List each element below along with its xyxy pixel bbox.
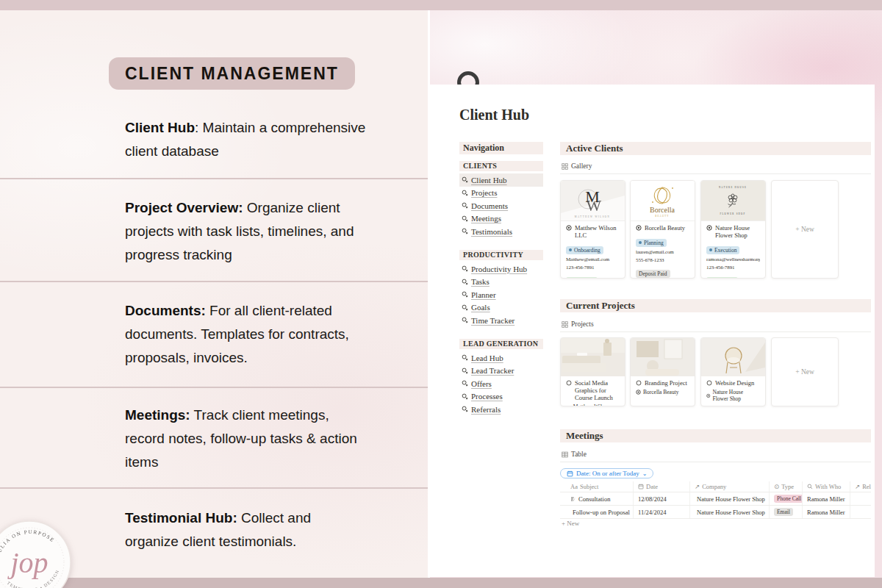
client-card-row: MWMATTHEW WILSON Matthew Wilson LLC Onbo… [560,180,871,279]
page-link-icon [462,291,468,298]
sidebar-item-label: Goals [471,303,490,312]
cell-with-who[interactable]: Ramona Miller [803,506,850,518]
client-card-borcella[interactable]: BorcellaBEAUTY Borcella Beauty Planning … [630,180,695,279]
table-icon [562,451,568,458]
client-card-nature-house[interactable]: NATURE HOUSEFLOWER SHOP Nature House Flo… [700,180,766,279]
client-name: Nature House Flower Shop [715,224,760,239]
divider [0,178,428,179]
sidebar-item-goals[interactable]: Goals [459,301,543,315]
page-link-icon [462,317,468,323]
sidebar-section-productivity: PRODUCTIVITY Productivity Hub Tasks Plan… [459,250,543,327]
svg-text:Borcella: Borcella [650,206,675,214]
cell-company[interactable]: Nature House Flower Shop [690,506,770,518]
client-phone: 555-678-1233 [636,257,689,263]
cell-type[interactable]: Email [770,506,803,518]
sidebar-item-documents[interactable]: Documents [459,199,543,212]
sidebar-item-label: Time Tracker [471,316,514,325]
left-description-panel: CLIENT MANAGEMENT Client Hub: Maintain a… [0,10,428,578]
svg-text:FLOWER SHOP: FLOWER SHOP [720,212,745,215]
project-card-branding[interactable]: Branding Project Borcella Beauty [630,337,695,406]
sidebar-section-clients: CLIENTS Client Hub Projects Documents Me… [459,161,543,238]
sidebar-item-meetings[interactable]: Meetings [459,212,543,226]
feature-testimonial-hub: Testimonial Hub: Collect and organize cl… [125,506,368,553]
client-name: Matthew Wilson LLC [575,224,620,239]
page-link-icon [462,202,468,209]
cell-date[interactable]: 12/08/2024 [634,492,690,505]
sidebar-item-testimonials[interactable]: Testimonials [459,225,543,238]
gallery-icon [562,321,568,328]
page-link-icon [462,393,468,400]
cell-related[interactable] [850,492,871,505]
type-badge: Email [774,508,793,516]
sidebar-item-offers[interactable]: Offers [459,377,543,390]
sidebar-item-planner[interactable]: Planner [459,288,543,301]
feature-client-hub: Client Hub: Maintain a comprehensive cli… [125,116,368,163]
chevron-down-icon: ⌄ [642,470,648,477]
view-tab-gallery[interactable]: Gallery [560,161,871,174]
select-property-icon: ⊙ [774,483,779,490]
status-badge: Onboarding [566,246,603,254]
cell-date[interactable]: 11/24/2024 [634,506,690,518]
client-card-matthew-wilson[interactable]: MWMATTHEW WILSON Matthew Wilson LLC Onbo… [560,180,625,279]
project-image [701,338,765,376]
relation-icon: ↗ [695,483,700,490]
sidebar-item-projects[interactable]: Projects [459,187,543,200]
project-name: Website Design [715,379,754,387]
sidebar-section-lead-generation: LEAD GENERATION Lead Hub Lead Tracker Of… [459,339,543,416]
feature-documents: Documents: For all client-related docume… [125,299,368,370]
sidebar-item-time-tracker[interactable]: Time Tracker [459,314,543,327]
new-project-card-button[interactable]: + New [771,337,839,406]
client-email: lauren@email.com [636,249,689,255]
sidebar-section-heading: CLIENTS [459,161,543,171]
promo-page: CLIENT MANAGEMENT Client Hub: Maintain a… [0,0,882,588]
sidebar-item-label: Documents [471,201,508,210]
feature-project-overview: Project Overview: Organize client projec… [125,196,368,267]
project-card-website-design[interactable]: Website Design Nature House Flower Shop [700,337,766,406]
sidebar-item-lead-hub[interactable]: Lead Hub [459,351,543,365]
cell-subject[interactable]: Follow-up on Proposal [560,506,634,518]
cell-type[interactable]: Phone Call [770,492,803,505]
table-row: Follow-up on Proposal 11/24/2024 Nature … [560,506,871,519]
column-header-with-who: With Who [803,481,850,492]
calendar-icon [638,484,644,490]
new-row-button[interactable]: + New [562,520,579,527]
column-header-related: ↗Rela [850,481,871,492]
svg-text:W: W [587,196,602,215]
company-icon [706,393,711,398]
section-heading-active-clients: Active Clients [560,142,871,155]
sidebar-item-label: Planner [471,290,496,299]
sidebar-item-tasks[interactable]: Tasks [459,276,543,289]
sidebar-item-label: Referrals [471,405,501,414]
new-client-card-button[interactable]: + New [771,180,839,279]
divider [0,487,428,489]
project-card-social-media[interactable]: Social Media Graphics for Course Launch … [560,337,625,406]
cell-subject[interactable]: Consultation [560,492,634,505]
search-icon [807,484,813,490]
table-row: Consultation 12/08/2024 Nature House Flo… [560,492,871,506]
sidebar-item-label: Offers [471,379,492,388]
cell-company[interactable]: Nature House Flower Shop [690,492,770,505]
page-link-icon [462,279,468,285]
client-card-body: Matthew Wilson LLC Onboarding Matthew@em… [561,221,625,279]
feature-label: Meetings: [125,407,190,423]
page-link-icon [462,304,468,311]
relation-icon: ↗ [855,483,860,490]
svg-text:MATTHEW WILSON: MATTHEW WILSON [575,215,610,218]
sidebar-item-referrals[interactable]: Referrals [459,403,543,416]
payment-badge: Deposit Paid [636,270,670,278]
page-link-icon [462,380,468,387]
sidebar-item-productivity-hub[interactable]: Productivity Hub [459,262,543,276]
client-card-body: Borcella Beauty Planning lauren@email.co… [631,221,695,279]
page-title: CLIENT MANAGEMENT [109,57,355,90]
view-tab-table[interactable]: Table [560,449,871,462]
sidebar-item-client-hub[interactable]: Client Hub [459,173,543,187]
view-tab-projects[interactable]: Projects [560,319,871,332]
sidebar-item-processes[interactable]: Processes [459,390,543,404]
cell-related[interactable] [850,506,871,518]
cell-with-who[interactable]: Ramona Miller [803,492,850,505]
notion-page-title: Client Hub [459,107,529,123]
client-logo-borcella: BorcellaBEAUTY [631,181,695,221]
sidebar-item-label: Tasks [471,277,490,286]
sidebar-item-lead-tracker[interactable]: Lead Tracker [459,365,543,378]
date-filter-chip[interactable]: Date: On or after Today ⌄ [560,468,653,478]
